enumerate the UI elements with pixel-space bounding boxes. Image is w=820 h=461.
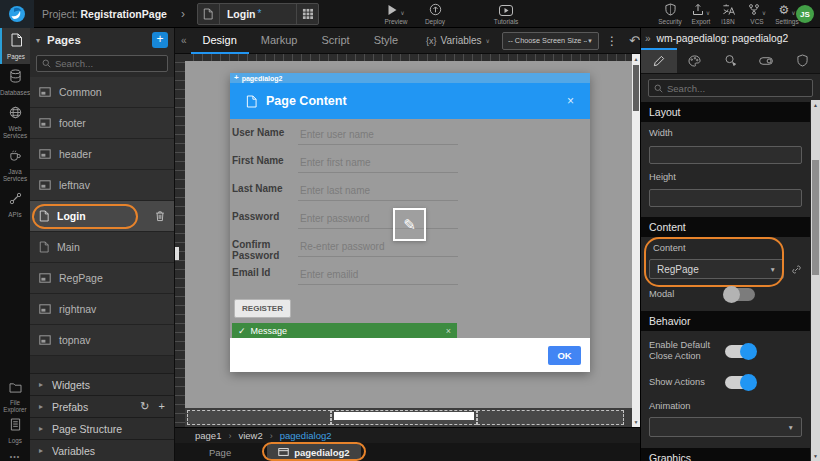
breadcrumb-page1[interactable]: page1 [195, 430, 221, 441]
width-input[interactable] [649, 146, 802, 164]
page-item-topnav[interactable]: topnav [30, 325, 174, 356]
page-item-login-selected[interactable]: Login [30, 201, 174, 232]
tab-markup[interactable]: Markup [249, 28, 310, 54]
register-button[interactable]: REGISTER [234, 299, 291, 318]
confirm-password-input[interactable]: Re-enter password [298, 236, 458, 257]
tutorials-button[interactable]: Tutorials [484, 3, 528, 25]
tab-script[interactable]: Script [310, 28, 362, 54]
breadcrumb-view2[interactable]: view2 [238, 430, 262, 441]
tab-device[interactable] [748, 48, 784, 73]
properties-scrollbar[interactable]: ▲ ▼ [811, 100, 820, 461]
show-actions-toggle[interactable] [725, 376, 755, 389]
sidebar-item-file-explorer[interactable]: File Explorer [0, 374, 30, 417]
emailid-input[interactable]: Enter emailid [298, 264, 458, 285]
sidebar-item-apis[interactable]: APIs [0, 186, 30, 222]
refresh-icon[interactable]: ↻ [140, 400, 149, 413]
bind-property-icon[interactable] [791, 264, 802, 275]
scrollbar-thumb[interactable] [812, 160, 819, 275]
partial-page-icon [39, 118, 51, 128]
variables-menu[interactable]: {x} Variables ∨ [426, 35, 490, 46]
enable-default-close-action-toggle[interactable] [725, 345, 755, 358]
select-arrow-icon: ▼ [770, 266, 776, 273]
footer-slot-left[interactable] [187, 410, 331, 425]
firstname-input[interactable]: Enter first name [298, 152, 458, 173]
caret-down-icon[interactable]: ▾ [36, 36, 40, 45]
screen-size-select[interactable]: -- Choose Screen Size -- ▼ [502, 32, 599, 50]
password-input[interactable]: Enter password [298, 208, 458, 229]
username-input[interactable]: Enter user name [298, 124, 458, 145]
add-page-button[interactable]: + [152, 32, 168, 48]
user-avatar[interactable]: JS [796, 5, 814, 23]
sidebar-item-java-services[interactable]: Java Services [0, 143, 30, 186]
branch-icon [748, 3, 760, 16]
canvas-scrollbar[interactable]: ▲ ▼ [632, 54, 640, 427]
tab-properties[interactable] [641, 48, 677, 73]
footer-slot-right[interactable] [477, 410, 624, 425]
rail-overflow-dots[interactable]: ••• [0, 453, 30, 460]
tab-styles[interactable] [677, 48, 713, 73]
scroll-down-arrow[interactable]: ▼ [811, 453, 820, 459]
page-item-header[interactable]: header [30, 139, 174, 170]
tab-security[interactable] [784, 48, 820, 73]
scroll-up-arrow[interactable]: ▲ [811, 102, 820, 108]
i18n-button[interactable]: i18N [714, 3, 742, 25]
scroll-up-arrow[interactable]: ▲ [632, 56, 640, 62]
dialog-close-icon[interactable]: × [567, 94, 574, 108]
message-close-icon[interactable]: × [446, 326, 451, 336]
page-item-rightnav[interactable]: rightnav [30, 294, 174, 325]
caret-right-icon: ▸ [39, 402, 43, 411]
sidebar-item-web-services[interactable]: Web Services [0, 100, 30, 143]
undo-button[interactable]: ↶ [629, 34, 640, 47]
page-item-main[interactable]: Main [30, 232, 174, 263]
properties-search-input[interactable] [667, 83, 807, 94]
vcs-button[interactable]: ∨ VCS [742, 3, 772, 25]
move-icon: + [234, 74, 239, 82]
add-prefab-button[interactable]: + [159, 400, 165, 413]
scroll-down-arrow[interactable]: ▼ [632, 419, 640, 425]
section-widgets[interactable]: ▸ Widgets [30, 373, 174, 395]
widget-tab-pagedialog2[interactable]: pagedialog2 [267, 444, 360, 460]
partial-page-icon [39, 87, 51, 97]
open-page-tab-login[interactable]: Login * [197, 3, 319, 25]
widget-selection-tag[interactable]: + pagedialog2 [230, 73, 590, 83]
lastname-input[interactable]: Enter last name [298, 180, 458, 201]
page-item-footer[interactable]: footer [30, 108, 174, 139]
grid-icon[interactable] [296, 4, 318, 24]
sidebar-item-pages[interactable]: Pages [0, 28, 30, 64]
modal-toggle[interactable] [725, 288, 755, 301]
vertical-ruler [175, 54, 185, 427]
sidebar-item-logs[interactable]: Logs [0, 412, 30, 448]
section-prefabs[interactable]: ▸ Prefabs ↻+ [30, 395, 174, 417]
content-select[interactable]: RegPage ▼ [649, 259, 784, 279]
wavemaker-logo[interactable] [0, 0, 34, 28]
panel-resize-handle[interactable] [175, 247, 179, 260]
tab-design[interactable]: Design [191, 28, 249, 54]
properties-search[interactable] [648, 79, 813, 97]
section-page-structure[interactable]: ▸ Page Structure [30, 417, 174, 439]
scrollbar-thumb[interactable] [633, 65, 639, 111]
pages-search-input[interactable] [55, 58, 162, 69]
edit-content-button[interactable]: ✎ [393, 208, 426, 241]
pages-search[interactable] [36, 55, 168, 72]
page-item-regpage[interactable]: RegPage [30, 263, 174, 294]
collapse-right-panel-icon[interactable]: » [645, 33, 651, 44]
section-variables[interactable]: ▸ Variables [30, 439, 174, 461]
tab-events[interactable] [713, 48, 749, 73]
tab-style[interactable]: Style [362, 28, 410, 54]
ok-button[interactable]: OK [548, 346, 581, 365]
animation-select[interactable]: ▼ [649, 417, 802, 437]
footer-slot-center[interactable] [331, 410, 477, 425]
export-button[interactable]: ∨ Export [684, 3, 718, 25]
page-item-common[interactable]: Common [30, 77, 174, 108]
height-input[interactable] [649, 189, 802, 207]
collapse-left-panel-icon[interactable]: « [181, 35, 187, 46]
kebab-menu-icon[interactable]: ⋮ [606, 34, 618, 48]
security-button[interactable]: Security [652, 3, 688, 25]
dialog-header[interactable]: Page Content × [230, 83, 590, 119]
trash-icon[interactable] [155, 210, 165, 222]
page-item-leftnav[interactable]: leftnav [30, 170, 174, 201]
breadcrumb-pagedialog2[interactable]: pagedialog2 [280, 430, 332, 441]
deploy-button[interactable]: Deploy [417, 3, 453, 25]
preview-button[interactable]: ∨ Preview [376, 3, 416, 25]
sidebar-item-databases[interactable]: Databases [0, 64, 30, 100]
